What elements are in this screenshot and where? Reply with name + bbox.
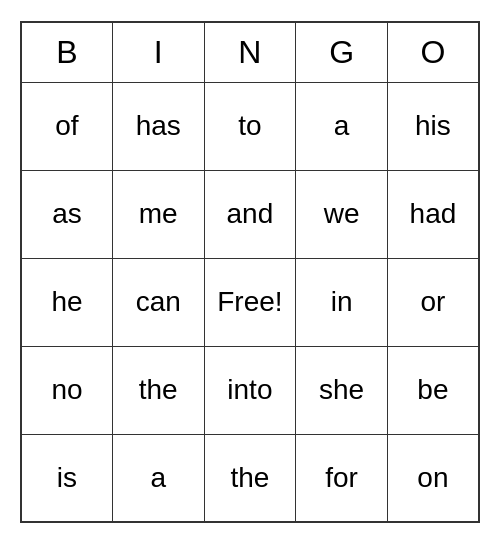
cell-1-0: as [21,170,112,258]
row-1: asmeandwehad [21,170,479,258]
cell-3-2: into [204,346,296,434]
cell-4-1: a [112,434,204,522]
cell-2-0: he [21,258,112,346]
cell-0-1: has [112,82,204,170]
cell-2-1: can [112,258,204,346]
cell-3-4: be [387,346,479,434]
cell-1-1: me [112,170,204,258]
cell-4-2: the [204,434,296,522]
cell-0-2: to [204,82,296,170]
row-4: isatheforon [21,434,479,522]
cell-2-3: in [296,258,388,346]
header-col-i: I [112,22,204,82]
cell-0-3: a [296,82,388,170]
header-col-g: G [296,22,388,82]
header-col-b: B [21,22,112,82]
row-3: notheintoshebe [21,346,479,434]
row-0: ofhastoahis [21,82,479,170]
cell-2-4: or [387,258,479,346]
bingo-card: BINGO ofhastoahisasmeandwehadhecanFree!i… [20,21,480,523]
row-2: hecanFree!inor [21,258,479,346]
cell-4-4: on [387,434,479,522]
cell-1-3: we [296,170,388,258]
cell-0-4: his [387,82,479,170]
cell-0-0: of [21,82,112,170]
cell-3-1: the [112,346,204,434]
header-row: BINGO [21,22,479,82]
cell-3-0: no [21,346,112,434]
cell-4-0: is [21,434,112,522]
cell-3-3: she [296,346,388,434]
cell-1-2: and [204,170,296,258]
cell-4-3: for [296,434,388,522]
cell-2-2: Free! [204,258,296,346]
cell-1-4: had [387,170,479,258]
header-col-n: N [204,22,296,82]
header-col-o: O [387,22,479,82]
